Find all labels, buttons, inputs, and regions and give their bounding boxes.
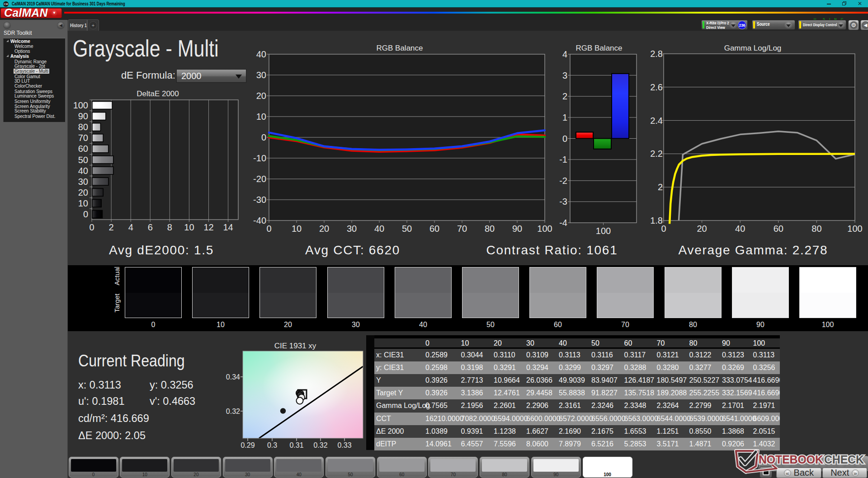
svg-text:20: 20 xyxy=(319,224,329,234)
svg-text:2: 2 xyxy=(562,91,567,101)
svg-text:50: 50 xyxy=(402,224,412,234)
svg-text:2.2: 2.2 xyxy=(650,149,663,159)
svg-text:20: 20 xyxy=(256,91,266,101)
svg-text:0.29: 0.29 xyxy=(241,441,255,449)
svg-text:10: 10 xyxy=(78,198,88,208)
svg-text:60: 60 xyxy=(429,224,439,234)
svg-text:0: 0 xyxy=(261,132,266,142)
svg-text:80: 80 xyxy=(485,224,495,234)
svg-text:0: 0 xyxy=(83,209,88,219)
svg-text:10: 10 xyxy=(292,224,302,234)
svg-text:10: 10 xyxy=(256,112,266,122)
svg-text:-4: -4 xyxy=(559,218,567,228)
svg-text:2.6: 2.6 xyxy=(650,82,663,92)
svg-text:DeltaE 2000: DeltaE 2000 xyxy=(137,89,179,98)
svg-text:70: 70 xyxy=(78,133,88,143)
svg-text:10: 10 xyxy=(184,222,194,232)
svg-text:2.8: 2.8 xyxy=(650,49,663,59)
svg-text:40: 40 xyxy=(78,166,88,176)
svg-text:40: 40 xyxy=(735,224,745,234)
svg-text:2.4: 2.4 xyxy=(650,116,663,126)
svg-text:Gamma Log/Log: Gamma Log/Log xyxy=(724,44,782,52)
svg-text:4: 4 xyxy=(128,222,133,232)
svg-text:40: 40 xyxy=(256,49,266,59)
svg-text:-30: -30 xyxy=(253,195,266,205)
svg-text:90: 90 xyxy=(512,224,522,234)
svg-text:-40: -40 xyxy=(253,216,266,225)
svg-text:0: 0 xyxy=(661,224,666,234)
svg-text:30: 30 xyxy=(256,70,266,80)
svg-text:30: 30 xyxy=(78,177,88,187)
svg-text:0.31: 0.31 xyxy=(289,441,303,449)
svg-text:0.32: 0.32 xyxy=(313,441,327,449)
svg-text:0.3: 0.3 xyxy=(267,441,277,449)
svg-text:CIE 1931 xy: CIE 1931 xy xyxy=(274,342,316,350)
svg-text:0: 0 xyxy=(562,134,567,144)
svg-text:60: 60 xyxy=(78,144,88,154)
svg-text:100: 100 xyxy=(537,224,552,234)
svg-text:CHECK: CHECK xyxy=(824,453,864,466)
svg-text:0: 0 xyxy=(89,222,94,232)
svg-text:6: 6 xyxy=(148,222,153,232)
svg-text:-20: -20 xyxy=(253,174,266,184)
svg-text:20: 20 xyxy=(697,224,707,234)
svg-text:40: 40 xyxy=(374,224,384,234)
svg-text:100: 100 xyxy=(73,100,88,110)
svg-text:RGB Balance: RGB Balance xyxy=(377,44,423,52)
svg-text:1: 1 xyxy=(562,112,567,122)
svg-text:50: 50 xyxy=(78,155,88,165)
svg-text:-2: -2 xyxy=(559,176,567,186)
svg-text:-10: -10 xyxy=(253,153,266,163)
svg-text:90: 90 xyxy=(78,111,88,121)
svg-text:RGB Balance: RGB Balance xyxy=(576,44,623,52)
svg-text:0.32: 0.32 xyxy=(226,408,240,415)
svg-text:60: 60 xyxy=(774,224,783,234)
svg-text:3: 3 xyxy=(562,70,567,80)
svg-text:NOTEBOOK: NOTEBOOK xyxy=(759,453,823,466)
svg-text:100: 100 xyxy=(596,226,611,236)
svg-text:0.33: 0.33 xyxy=(337,441,351,449)
svg-text:2: 2 xyxy=(109,222,114,232)
svg-text:-1: -1 xyxy=(559,155,567,164)
svg-text:2: 2 xyxy=(658,182,663,192)
svg-text:8: 8 xyxy=(167,222,172,232)
svg-text:80: 80 xyxy=(78,122,88,132)
svg-text:100: 100 xyxy=(847,224,862,234)
svg-text:4: 4 xyxy=(562,49,567,59)
svg-text:0.34: 0.34 xyxy=(226,373,240,381)
svg-text:12: 12 xyxy=(203,222,213,232)
svg-text:70: 70 xyxy=(457,224,467,234)
svg-text:-3: -3 xyxy=(559,197,567,206)
svg-text:30: 30 xyxy=(347,224,357,234)
svg-text:14: 14 xyxy=(223,222,233,232)
svg-text:20: 20 xyxy=(78,187,88,197)
svg-text:0: 0 xyxy=(266,224,271,234)
svg-text:80: 80 xyxy=(811,224,821,234)
